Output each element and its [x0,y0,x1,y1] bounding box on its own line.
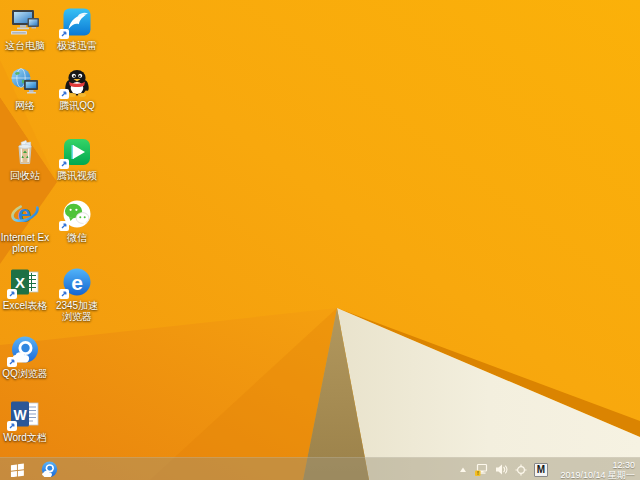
desktop-icon-label: 腾讯视频 [52,170,102,181]
recycle-bin-icon [9,136,41,168]
desktop-icon-label: 微信 [52,232,102,243]
desktop-icon-label: 网络 [0,100,50,111]
shortcut-arrow-icon [59,29,69,39]
start-button[interactable] [0,458,34,480]
taskbar-clock[interactable]: 12:30 2019/10/14 星期一 [555,460,637,480]
taskbar: ! M 12:30 2019/10/14 星期一 [0,457,640,480]
shortcut-arrow-icon [59,289,69,299]
desktop-icon-recycle-bin[interactable]: 回收站 [0,136,50,181]
tencent-video-icon [61,136,93,168]
desktop-icon-tencent-qq[interactable]: 腾讯QQ [52,66,102,111]
desktop-icon-label: Excel表格 [0,300,50,311]
desktop-icon-tencent-video[interactable]: 腾讯视频 [52,136,102,181]
svg-text:!: ! [477,470,479,476]
word-icon: W [9,398,41,430]
safety-center-icon[interactable] [515,464,527,476]
xunlei-icon [61,6,93,38]
desktop: 这台电脑 网络 [0,0,640,480]
windows-logo-icon [10,462,25,477]
tencent-qq-icon [61,66,93,98]
this-pc-icon [9,6,41,38]
desktop-icon-xunlei[interactable]: 极速迅雷 [52,6,102,51]
desktop-icon-label: Word文档 [0,432,50,443]
system-tray: ! M 12:30 2019/10/14 星期一 [459,458,637,480]
desktop-icon-label: 极速迅雷 [52,40,102,51]
desktop-icon-2345-browser[interactable]: e 2345加速浏览器 [52,266,102,322]
shortcut-arrow-icon [7,357,17,367]
desktop-icon-qq-browser[interactable]: QQ浏览器 [0,334,50,379]
shortcut-arrow-icon [59,89,69,99]
clock-time: 12:30 [555,460,635,470]
desktop-icon-internet-explorer[interactable]: e Internet Explorer [0,198,50,254]
desktop-icon-wechat[interactable]: 微信 [52,198,102,243]
qq-browser-icon [9,334,41,366]
desktop-icon-label: Internet Explorer [0,232,50,254]
internet-explorer-icon: e [9,198,41,230]
desktop-icon-label: QQ浏览器 [0,368,50,379]
shortcut-arrow-icon [59,159,69,169]
desktop-icon-label: 这台电脑 [0,40,50,51]
browser-2345-icon: e [61,266,93,298]
volume-icon[interactable] [495,463,508,476]
svg-text:e: e [71,271,83,294]
desktop-icon-this-pc[interactable]: 这台电脑 [0,6,50,51]
desktop-icon-label: 2345加速浏览器 [52,300,102,322]
network-status-icon[interactable]: ! [474,463,488,477]
shortcut-arrow-icon [7,421,17,431]
desktop-icon-excel[interactable]: X Excel表格 [0,266,50,311]
shortcut-arrow-icon [7,289,17,299]
input-method-indicator[interactable]: M [534,463,548,477]
excel-icon: X [9,266,41,298]
qq-browser-icon [40,460,59,479]
desktop-icon-word[interactable]: W Word文档 [0,398,50,443]
clock-date: 2019/10/14 星期一 [555,470,635,480]
hidden-icons-chevron-icon[interactable] [459,466,467,474]
taskbar-pinned-qq-browser[interactable] [34,458,64,480]
wechat-icon [61,198,93,230]
desktop-icon-label: 腾讯QQ [52,100,102,111]
desktop-icon-network[interactable]: 网络 [0,66,50,111]
svg-text:X: X [15,274,25,291]
svg-text:e: e [18,200,31,227]
network-icon [9,66,41,98]
desktop-icon-label: 回收站 [0,170,50,181]
shortcut-arrow-icon [59,221,69,231]
